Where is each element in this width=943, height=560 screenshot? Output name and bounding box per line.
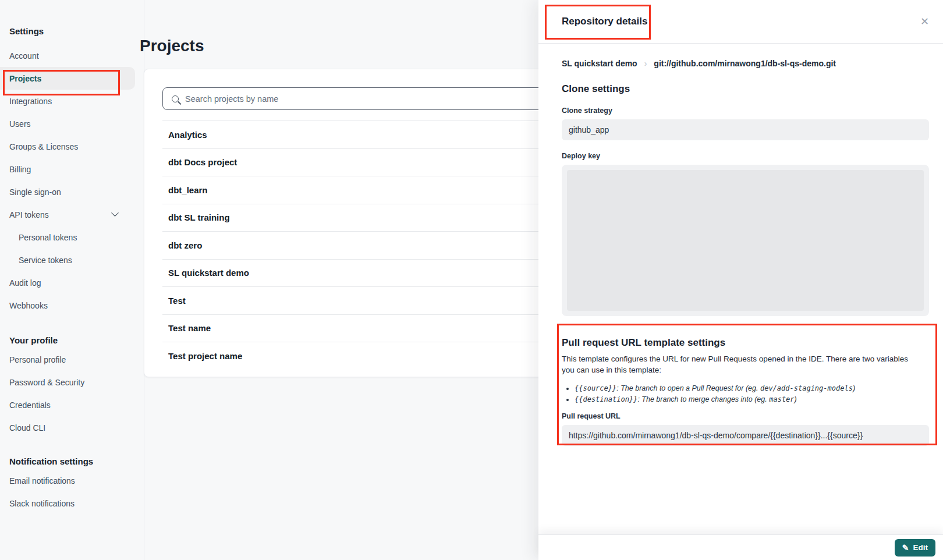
project-name: dbt_learn [168, 185, 208, 195]
sidebar-item-label: Email notifications [9, 476, 75, 485]
pull-request-settings-heading: Pull request URL template settings [562, 337, 929, 349]
repository-details-panel: Repository details ✕ SL quickstart demo … [538, 0, 943, 560]
sidebar-settings-list: Account Projects Integrations Users Grou… [0, 44, 144, 317]
sidebar-item-audit-log[interactable]: Audit log [0, 271, 135, 294]
sidebar-item-webhooks[interactable]: Webhooks [0, 294, 135, 317]
deploy-key-label: Deploy key [562, 152, 929, 160]
breadcrumb-project: SL quickstart demo [562, 59, 637, 68]
variable-suffix: ) [795, 395, 797, 403]
sidebar-item-label: Groups & Licenses [9, 142, 78, 151]
panel-title: Repository details [562, 16, 647, 27]
deploy-key-redacted-content [567, 170, 924, 311]
close-icon[interactable]: ✕ [919, 15, 930, 28]
project-name: Test name [168, 323, 211, 333]
sidebar-item-label: Slack notifications [9, 499, 75, 508]
deploy-key-field[interactable] [562, 165, 929, 316]
sidebar-item-label: Personal profile [9, 355, 66, 364]
panel-body: SL quickstart demo › git://github.com/mi… [538, 59, 943, 446]
variable-example: dev/add-staging-models [760, 384, 853, 392]
pull-request-url-value: https://github.com/mirnawong1/db-sl-qs-d… [569, 431, 863, 440]
sidebar-item-label: Password & Security [9, 378, 84, 387]
sidebar-item-personal-profile[interactable]: Personal profile [0, 348, 135, 371]
breadcrumb: SL quickstart demo › git://github.com/mi… [562, 59, 929, 68]
variable-code: {{source}} [575, 384, 616, 392]
sidebar-item-label: Credentials [9, 400, 51, 410]
template-variable-item: {{destination}}: The branch to merge cha… [575, 395, 929, 404]
sidebar-item-label: Account [9, 51, 39, 61]
project-name: SL quickstart demo [168, 268, 249, 278]
variable-example: master [769, 395, 794, 403]
clone-strategy-field[interactable]: github_app [562, 119, 929, 140]
sidebar-item-service-tokens[interactable]: Service tokens [0, 249, 135, 271]
pencil-icon: ✎ [902, 544, 909, 552]
project-name: Analytics [168, 130, 207, 140]
sidebar-item-credentials[interactable]: Credentials [0, 394, 135, 416]
sidebar-item-password-security[interactable]: Password & Security [0, 371, 135, 394]
pull-request-url-label: Pull request URL [562, 412, 929, 420]
variable-code: {{destination}} [575, 395, 637, 403]
sidebar-item-label: Service tokens [19, 256, 72, 265]
pull-request-variables-list: {{source}}: The branch to open a Pull Re… [562, 384, 929, 404]
sidebar-item-label: Cloud CLI [9, 423, 45, 433]
project-name: dbt SL training [168, 212, 230, 222]
edit-button-label: Edit [913, 543, 928, 552]
sidebar-item-integrations[interactable]: Integrations [0, 90, 135, 112]
sidebar-item-label: Audit log [9, 278, 41, 288]
sidebar-item-label: Users [9, 119, 31, 129]
clone-strategy-value: github_app [569, 125, 609, 134]
project-name: dbt zero [168, 240, 202, 250]
sidebar-item-projects[interactable]: Projects [0, 67, 135, 90]
sidebar-item-label: Billing [9, 165, 31, 174]
pull-request-url-field[interactable]: https://github.com/mirnawong1/db-sl-qs-d… [562, 425, 929, 446]
pull-request-template-section: Pull request URL template settings This … [562, 337, 929, 446]
sidebar-header-settings: Settings [9, 26, 144, 36]
sidebar-item-slack-notifications[interactable]: Slack notifications [0, 492, 135, 515]
variable-suffix: ) [853, 384, 855, 392]
sidebar-item-personal-tokens[interactable]: Personal tokens [0, 226, 135, 249]
variable-text: : The branch to merge changes into (eg. [637, 395, 769, 403]
sidebar-item-label: API tokens [9, 210, 49, 219]
project-name: dbt Docs project [168, 157, 237, 167]
project-name: Test project name [168, 351, 242, 361]
clone-strategy-label: Clone strategy [562, 107, 929, 115]
sidebar-notifications-list: Email notifications Slack notifications [0, 469, 144, 515]
panel-footer: ✎ Edit [538, 534, 943, 560]
sidebar-item-billing[interactable]: Billing [0, 158, 135, 180]
settings-sidebar: Settings Account Projects Integrations U… [0, 0, 144, 560]
variable-text: : The branch to open a Pull Request for … [616, 384, 760, 392]
sidebar-item-label: Integrations [9, 97, 52, 106]
sidebar-item-email-notifications[interactable]: Email notifications [0, 469, 135, 492]
page-title: Projects [140, 37, 204, 55]
panel-header: Repository details ✕ [538, 0, 943, 44]
sidebar-item-label: Projects [9, 74, 41, 83]
sidebar-item-cloud-cli[interactable]: Cloud CLI [0, 416, 135, 439]
sidebar-item-single-sign-on[interactable]: Single sign-on [0, 180, 135, 203]
sidebar-item-users[interactable]: Users [0, 112, 135, 135]
search-icon [172, 95, 179, 102]
project-name: Test [168, 296, 186, 306]
edit-button[interactable]: ✎ Edit [895, 539, 935, 557]
sidebar-item-label: Single sign-on [9, 187, 61, 197]
template-variable-item: {{source}}: The branch to open a Pull Re… [575, 384, 929, 393]
sidebar-profile-list: Personal profile Password & Security Cre… [0, 348, 144, 439]
chevron-down-icon [111, 209, 119, 217]
sidebar-item-groups-licenses[interactable]: Groups & Licenses [0, 135, 135, 158]
breadcrumb-separator-icon: › [644, 59, 647, 68]
pull-request-description: This template configures the URL for new… [562, 353, 913, 375]
sidebar-header-your-profile: Your profile [9, 335, 144, 345]
sidebar-item-api-tokens[interactable]: API tokens [0, 203, 135, 226]
sidebar-item-account[interactable]: Account [0, 44, 135, 67]
sidebar-header-notification-settings: Notification settings [9, 456, 144, 466]
sidebar-item-label: Personal tokens [19, 233, 77, 242]
breadcrumb-repo-url: git://github.com/mirnawong1/db-sl-qs-dem… [654, 59, 836, 68]
sidebar-item-label: Webhooks [9, 301, 48, 310]
clone-settings-heading: Clone settings [562, 83, 929, 95]
